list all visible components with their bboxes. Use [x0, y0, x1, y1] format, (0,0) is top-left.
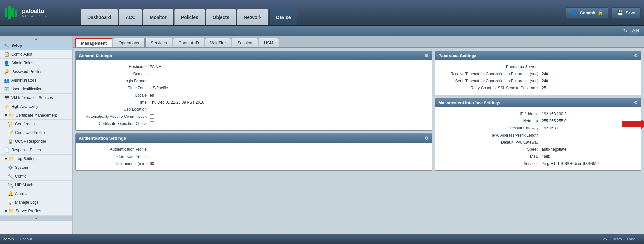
- certificates-icon: 📜: [8, 121, 13, 127]
- sidebar-item-user-identification[interactable]: 🪪 User Identification: [0, 85, 72, 94]
- tab-acc[interactable]: ACC: [119, 9, 142, 25]
- sub-tab-management[interactable]: Management: [75, 38, 112, 47]
- geo-location-row: Geo Location: [79, 106, 429, 113]
- sidebar-item-high-availability[interactable]: ⚡ High Availability: [0, 102, 72, 111]
- services-row: Services Ping,HTTPS,SSH,User-ID,SNMP: [438, 160, 638, 167]
- domain-row: Domain: [79, 70, 429, 77]
- general-settings-body: Hostname PA-VM Domain Login Banner T: [76, 60, 432, 130]
- retry-count-value: 25: [542, 86, 546, 90]
- mgmt-interface-title: Management Interface Settings: [438, 100, 500, 105]
- commit-button[interactable]: 👤 Commit 🔒: [566, 7, 608, 18]
- panorama-settings-panel: Panorama Settings ⚙ Panorama Servers Rec…: [435, 51, 641, 95]
- sub-tab-content-id[interactable]: Content-ID: [173, 38, 204, 47]
- sidebar-item-certificate-profile[interactable]: 📝 Certificate Profile: [0, 128, 72, 137]
- receive-timeout-value: 240: [542, 72, 548, 76]
- red-arrow-icon: [622, 118, 644, 131]
- sidebar-item-vm-info-sources[interactable]: 🖥️ VM Information Sources: [0, 94, 72, 102]
- mgmt-interface-gear-icon[interactable]: ⚙: [634, 100, 638, 105]
- time-row: Time Thu Dec 01 21:23:39 PST 2016: [79, 99, 429, 106]
- services-value: Ping,HTTPS,SSH,User-ID,SNMP: [542, 161, 599, 166]
- ha-icon: ⚡: [4, 104, 9, 109]
- help-icon[interactable]: ⊙ H: [630, 28, 641, 34]
- sub-tab-wildfire[interactable]: WildFire: [205, 38, 231, 47]
- sidebar-item-setup[interactable]: 🔧 Setup: [0, 41, 72, 50]
- panorama-settings-header: Panorama Settings ⚙: [435, 51, 641, 60]
- general-settings-gear-icon[interactable]: ⚙: [424, 53, 429, 58]
- refresh-icon[interactable]: ↻: [623, 28, 627, 34]
- auto-commit-checkbox[interactable]: [150, 114, 154, 119]
- auth-settings-body: Authentication Profile Certificate Profi…: [76, 143, 432, 170]
- panorama-settings-title: Panorama Settings: [438, 53, 476, 58]
- sidebar-item-administrators[interactable]: 👥 Administrators: [0, 76, 72, 85]
- sidebar-item-config-audit[interactable]: 📋 Config Audit: [0, 50, 72, 59]
- receive-timeout-label: Receive Timeout for Connection to Panora…: [438, 72, 542, 76]
- locale-row: Locale en: [79, 92, 429, 99]
- top-right-actions: 👤 Commit 🔒 💾 Save: [566, 7, 641, 18]
- sub-tab-hsm[interactable]: HSM: [259, 38, 279, 47]
- tab-dashboard[interactable]: Dashboard: [81, 9, 118, 25]
- save-button[interactable]: 💾 Save: [612, 7, 641, 18]
- login-banner-row: Login Banner: [79, 77, 429, 85]
- default-gateway-value: 192.168.1.1: [542, 126, 562, 130]
- tab-monitor[interactable]: Monitor: [143, 9, 173, 25]
- cert-profile-auth-label: Certificate Profile: [79, 154, 150, 159]
- panorama-servers-label: Panorama Servers: [438, 65, 542, 69]
- admin-roles-icon: 👤: [4, 60, 9, 66]
- sidebar-item-password-profiles[interactable]: 🔑 Password Profiles: [0, 67, 72, 76]
- password-profiles-icon: 🔑: [4, 69, 9, 74]
- paloalto-logo-icon: [3, 5, 19, 21]
- manage-logs-icon: 📊: [8, 200, 13, 205]
- cert-expiration-checkbox[interactable]: [150, 121, 154, 126]
- sub-tabs-bar: Management Operations Services Content-I…: [73, 36, 644, 48]
- default-gateway-label: Default Gateway: [438, 126, 542, 130]
- tab-policies[interactable]: Policies: [174, 9, 205, 25]
- sidebar-item-manage-logs[interactable]: 📊 Manage Logs: [0, 198, 72, 207]
- tasks-link[interactable]: Tasks: [612, 237, 622, 241]
- logout-link[interactable]: Logout: [20, 237, 32, 241]
- cert-profile-icon: 📝: [8, 130, 13, 135]
- send-timeout-value: 240: [542, 79, 548, 83]
- sidebar-scroll-down[interactable]: ▼: [0, 216, 72, 221]
- default-ipv6-gw-row: Default IPv6 Gateway: [438, 139, 638, 146]
- tab-objects[interactable]: Objects: [206, 9, 236, 25]
- language-link[interactable]: Langu...: [627, 237, 641, 241]
- sidebar-item-config[interactable]: 🔧 Config: [0, 172, 72, 181]
- sidebar-item-log-settings[interactable]: ▼📁 Log Settings: [0, 155, 72, 163]
- nav-tabs: Dashboard ACC Monitor Policies Objects N…: [81, 0, 566, 25]
- retry-count-label: Retry Count for SSL Send to Panorama: [438, 86, 542, 90]
- time-label: Time: [79, 100, 150, 105]
- auth-settings-gear-icon[interactable]: ⚙: [424, 136, 429, 141]
- sidebar-item-cert-management[interactable]: ▼📁 Certificate Management: [0, 111, 72, 120]
- sidebar-scroll-up[interactable]: ▲: [0, 36, 72, 41]
- alarms-icon: 🔔: [8, 191, 13, 196]
- sub-tab-session[interactable]: Session: [232, 38, 258, 47]
- sidebar-item-response-pages[interactable]: 📄 Response Pages: [0, 146, 72, 155]
- sub-tab-operations[interactable]: Operations: [113, 38, 145, 47]
- lock-icon: 🔒: [598, 10, 603, 15]
- tab-network[interactable]: Network: [237, 9, 268, 25]
- auto-commit-label: Automatically Acquire Commit Lock: [79, 114, 150, 119]
- auth-settings-title: Authentication Settings: [79, 136, 126, 141]
- ipv6-label: IPv6 Address/Prefix Length: [438, 133, 542, 137]
- sidebar-item-hip-match[interactable]: 🔍 HIP Match: [0, 181, 72, 189]
- sub-tab-services[interactable]: Services: [145, 38, 172, 47]
- sidebar-item-ocsp-responder[interactable]: 🔒 OCSP Responder: [0, 137, 72, 146]
- ip-address-value: 192.168.100.3: [542, 112, 567, 116]
- tab-device[interactable]: Device: [269, 9, 297, 25]
- sidebar-item-admin-roles[interactable]: 👤 Admin Roles: [0, 59, 72, 67]
- current-user: admin: [3, 237, 14, 241]
- sidebar-item-certificates[interactable]: 📜 Certificates: [0, 120, 72, 128]
- sidebar-item-server-profiles[interactable]: ▼📁 Server Profiles: [0, 207, 72, 216]
- administrators-icon: 👥: [4, 78, 9, 83]
- mtu-value: 1500: [542, 154, 550, 159]
- sidebar-item-alarms[interactable]: 🔔 Alarms: [0, 189, 72, 198]
- hostname-value: PA-VM: [150, 65, 162, 69]
- sidebar-item-system[interactable]: ⚙️ System: [0, 163, 72, 172]
- locale-value: en: [150, 93, 154, 97]
- panorama-settings-gear-icon[interactable]: ⚙: [634, 53, 638, 58]
- bottom-bar: admin | Logout ⚙ Tasks Langu...: [0, 234, 644, 244]
- top-bar: paloalto NETWORKS Dashboard ACC Monitor …: [0, 0, 644, 26]
- sub-bar: ↻ ⊙ H: [0, 26, 644, 36]
- netmask-label: Netmask: [438, 119, 542, 123]
- domain-label: Domain: [79, 72, 150, 76]
